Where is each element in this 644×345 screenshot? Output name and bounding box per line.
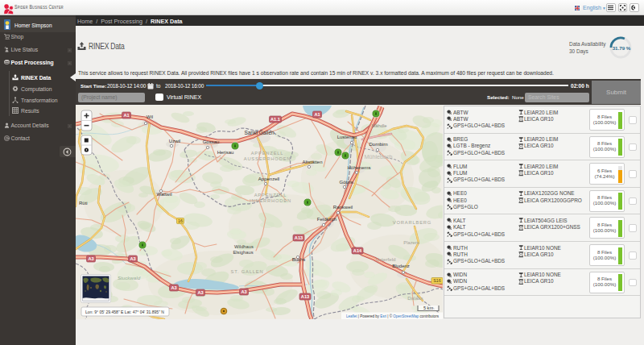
svg-text:Feldkirch: Feldkirch	[317, 217, 336, 222]
svg-text:Stuckwald: Stuckwald	[118, 275, 141, 281]
svg-text:A3: A3	[130, 256, 135, 261]
svg-text:Bludenz: Bludenz	[392, 264, 410, 268]
svg-text:A3: A3	[197, 290, 203, 295]
svg-text:A3: A3	[171, 285, 176, 290]
svg-text:Dalaas: Dalaas	[407, 295, 423, 301]
svg-text:Mühlebach: Mühlebach	[364, 153, 392, 160]
svg-text:Rüti: Rüti	[79, 201, 88, 206]
svg-text:INNERRHODEN: INNERRHODEN	[250, 198, 291, 203]
svg-text:Appenzell: Appenzell	[258, 177, 279, 181]
svg-text:ST. GALLEN: ST. GALLEN	[231, 269, 264, 274]
svg-text:APPENZELL: APPENZELL	[254, 193, 287, 197]
svg-text:Gossau: Gossau	[203, 139, 220, 144]
svg-text:A1: A1	[123, 113, 129, 118]
svg-text:VORARLBERG: VORARLBERG	[393, 220, 431, 225]
svg-text:Plazers: Plazers	[403, 240, 419, 245]
svg-text:Elsighaus: Elsighaus	[233, 250, 253, 255]
svg-text:A1: A1	[314, 112, 320, 117]
svg-text:Sankt Gallen: Sankt Gallen	[244, 130, 275, 135]
svg-text:A1.1: A1.1	[270, 117, 280, 122]
svg-text:Höhenems: Höhenems	[347, 165, 370, 170]
svg-text:Herisau: Herisau	[217, 150, 234, 155]
svg-text:Lustenau: Lustenau	[337, 135, 357, 139]
svg-text:A14: A14	[353, 248, 362, 253]
svg-text:Rankweil: Rankweil	[333, 205, 353, 210]
svg-text:Wildhaus: Wildhaus	[234, 244, 254, 249]
svg-text:Wil: Wil	[147, 114, 153, 118]
svg-text:5 km: 5 km	[423, 306, 433, 310]
svg-text:Unterfeld: Unterfeld	[375, 256, 396, 262]
svg-text:AUSSERRHODEN: AUSSERRHODEN	[244, 156, 291, 161]
svg-text:Lon: 9° 05' 29.458" E Lat: 47°: Lon: 9° 05' 29.458" E Lat: 47° 04' 31.89…	[85, 309, 164, 314]
svg-text:Buchs: Buchs	[292, 257, 306, 262]
svg-text:16: 16	[178, 218, 183, 223]
svg-text:Wattwil: Wattwil	[156, 192, 171, 197]
svg-text:Götzis: Götzis	[339, 180, 353, 185]
svg-text:Dornbirn: Dornbirn	[369, 142, 387, 147]
svg-text:S16: S16	[433, 278, 441, 283]
svg-text:Mähdle: Mähdle	[371, 123, 386, 128]
svg-text:A3: A3	[241, 289, 246, 294]
svg-text:A3: A3	[88, 256, 93, 261]
svg-text:APPENZELL: APPENZELL	[251, 151, 284, 156]
svg-text:A13: A13	[301, 294, 309, 299]
svg-text:A13: A13	[295, 235, 303, 240]
svg-text:Uzwil: Uzwil	[169, 139, 180, 143]
svg-text:Leaflet | Powered by Esri | ©: Leaflet | Powered by Esri | © OpenStreet…	[346, 313, 439, 318]
svg-text:Altstätten: Altstätten	[302, 160, 322, 164]
